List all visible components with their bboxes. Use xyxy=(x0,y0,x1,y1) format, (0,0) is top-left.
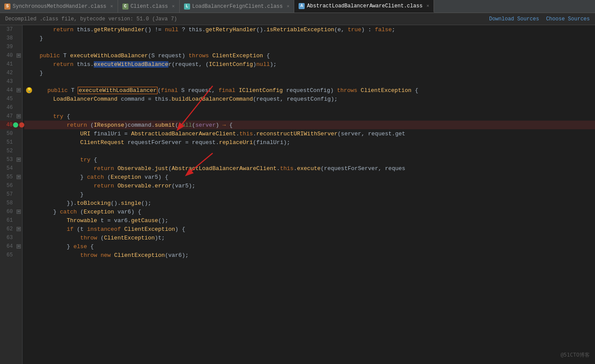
gutter-row-64: 64 − xyxy=(0,242,22,251)
line-marker-64[interactable]: − xyxy=(15,244,22,249)
code-text-54: return Observable.just(AbstractLoadBalan… xyxy=(26,165,405,172)
gutter-row-39: 39 xyxy=(0,43,22,51)
line-num-60: 60 xyxy=(0,209,15,215)
fold-64[interactable]: − xyxy=(16,244,21,249)
code-text-53: try { xyxy=(26,157,97,163)
line-num-61: 61 xyxy=(0,217,15,223)
tab-close-abstract-lb[interactable]: × xyxy=(427,3,430,9)
code-text-56: return Observable.error(var5); xyxy=(26,183,195,189)
tab-loadbalancer-feign[interactable]: L LoadBalancerFeignClient.class × xyxy=(180,0,294,13)
gutter-row-42: 42 xyxy=(0,69,22,77)
fold-47[interactable]: − xyxy=(16,114,21,118)
line-num-40: 40 xyxy=(0,52,15,59)
line-num-63: 63 xyxy=(0,235,15,241)
tab-label-synchronous: SynchronousMethodHandler.class xyxy=(13,3,106,10)
line-num-37: 37 xyxy=(0,26,15,33)
code-line-39 xyxy=(24,43,595,51)
fold-53[interactable]: − xyxy=(16,157,21,162)
fold-40[interactable]: − xyxy=(16,53,21,58)
code-line-62: if (t instanceof ClientException) { xyxy=(24,225,595,233)
line-num-42: 42 xyxy=(0,70,15,76)
tab-icon-abstract-lb: A xyxy=(299,3,305,9)
code-line-48: return (IResponse)command.submit(call(se… xyxy=(24,121,595,129)
gutter-row-40: 40 − xyxy=(0,51,22,60)
fold-44[interactable]: − xyxy=(16,88,21,92)
tab-abstract-lb[interactable]: A AbstractLoadBalancerAwareClient.class … xyxy=(294,0,434,13)
code-text-60: } catch (Exception var6) { xyxy=(26,209,141,215)
tab-close-client[interactable]: × xyxy=(172,4,175,9)
code-line-52 xyxy=(24,147,595,155)
line-marker-55[interactable]: − xyxy=(15,175,22,179)
line-marker-60[interactable]: − xyxy=(15,210,22,214)
line-num-54: 54 xyxy=(0,165,15,171)
gutter-row-61: 61 xyxy=(0,216,22,225)
code-text-42: } xyxy=(26,70,43,76)
code-text-65: throw new ClientException(var6); xyxy=(26,252,189,259)
gutter-row-60: 60 − xyxy=(0,207,22,216)
fold-62[interactable]: − xyxy=(16,227,21,231)
line-num-55: 55 xyxy=(0,174,15,180)
code-line-60: } catch (Exception var6) { xyxy=(24,207,595,216)
line-num-52: 52 xyxy=(0,148,15,154)
line-marker-62[interactable]: − xyxy=(15,227,22,231)
fold-55[interactable]: − xyxy=(16,175,21,179)
code-line-64: } else { xyxy=(24,242,595,251)
code-text-62: if (t instanceof ClientException) { xyxy=(26,226,185,233)
line-num-45: 45 xyxy=(0,96,15,102)
gutter-row-54: 54 xyxy=(0,164,22,173)
code-line-56: return Observable.error(var5); xyxy=(24,181,595,190)
code-text-51: ClientRequest requestForServer = request… xyxy=(26,139,290,146)
line-num-38: 38 xyxy=(0,35,15,41)
line-num-51: 51 xyxy=(0,139,15,145)
code-line-43 xyxy=(24,77,595,86)
line-num-57: 57 xyxy=(0,191,15,197)
code-text-38: } xyxy=(26,35,43,42)
code-line-58: }).toBlocking().single(); xyxy=(24,199,595,207)
gutter-row-44: 44 − xyxy=(0,86,22,95)
bulb-icon-44[interactable]: 💡 xyxy=(26,87,32,93)
code-text-41: return this.executeWithLoadBalancer(requ… xyxy=(26,61,276,68)
line-marker-53[interactable]: − xyxy=(15,157,22,162)
code-text-45: LoadBalancerCommand command = this.build… xyxy=(26,96,338,102)
code-line-57: } xyxy=(24,190,595,199)
gutter-row-63: 63 xyxy=(0,233,22,242)
line-num-64: 64 xyxy=(0,243,15,249)
code-line-63: throw (ClientException)t; xyxy=(24,233,595,242)
line-marker-44[interactable]: − xyxy=(15,88,22,92)
app-container: S SynchronousMethodHandler.class × C Cli… xyxy=(0,0,595,364)
code-line-46 xyxy=(24,103,595,112)
code-line-54: return Observable.just(AbstractLoadBalan… xyxy=(24,164,595,173)
line-marker-47[interactable]: − xyxy=(15,114,22,118)
gutter-row-65: 65 xyxy=(0,251,22,259)
code-line-37: return this.getRetryHandler() != null ? … xyxy=(24,25,595,34)
tab-close-synchronous[interactable]: × xyxy=(110,4,113,9)
tab-client[interactable]: C Client.class × xyxy=(118,0,180,13)
code-content[interactable]: return this.getRetryHandler() != null ? … xyxy=(23,25,595,364)
download-sources-link[interactable]: Download Sources xyxy=(489,16,539,22)
code-text-40: public T executeWithLoadBalancer(S reque… xyxy=(26,52,270,59)
code-line-41: return this.executeWithLoadBalancer(requ… xyxy=(24,60,595,69)
code-text-50: URI finalUri = AbstractLoadBalancerAware… xyxy=(26,131,405,137)
gutter-row-37: 37 xyxy=(0,25,22,34)
fold-60[interactable]: − xyxy=(16,210,21,214)
gutter-row-52: 52 xyxy=(0,147,22,155)
info-bar: Decompiled .class file, bytecode version… xyxy=(0,13,595,25)
line-marker-40[interactable]: − xyxy=(15,53,22,58)
code-line-65: throw new ClientException(var6); xyxy=(24,251,595,259)
code-line-55: } catch (Exception var5) { xyxy=(24,173,595,181)
line-num-65: 65 xyxy=(0,252,15,258)
tab-synchronous[interactable]: S SynchronousMethodHandler.class × xyxy=(0,0,118,13)
code-line-61: Throwable t = var6.getCause(); xyxy=(24,216,595,225)
info-bar-actions: Download Sources Choose Sources xyxy=(489,16,590,22)
line-num-58: 58 xyxy=(0,200,15,206)
code-text-48: return (IResponse)command.submit(call(se… xyxy=(26,122,233,128)
code-line-44: 💡 public T executeWithLoadBalancer(final… xyxy=(24,86,595,95)
tab-close-lb-feign[interactable]: × xyxy=(287,4,290,9)
tab-icon-synchronous: S xyxy=(4,3,10,10)
line-num-39: 39 xyxy=(0,44,15,50)
gutter-row-45: 45 xyxy=(0,95,22,103)
tab-icon-lb-feign: L xyxy=(184,3,190,10)
choose-sources-link[interactable]: Choose Sources xyxy=(546,16,590,22)
gutter-row-56: 56 xyxy=(0,181,22,190)
tab-bar: S SynchronousMethodHandler.class × C Cli… xyxy=(0,0,595,13)
